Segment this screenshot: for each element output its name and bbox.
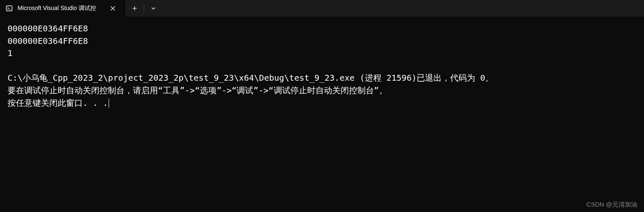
- output-line: 000000E0364FF6E8: [8, 36, 88, 46]
- output-line: C:\小乌龟_Cpp_2023_2\project_2023_2p\test_9…: [8, 73, 494, 83]
- console-tab[interactable]: Microsoft Visual Studio 调试控: [0, 0, 125, 17]
- output-line: 1: [8, 48, 13, 58]
- tab-title: Microsoft Visual Studio 调试控: [18, 5, 96, 12]
- new-tab-button[interactable]: [125, 0, 144, 17]
- titlebar: Microsoft Visual Studio 调试控: [0, 0, 644, 17]
- terminal-icon: [5, 4, 13, 13]
- tab-dropdown-button[interactable]: [144, 0, 163, 17]
- output-line: 按任意键关闭此窗口. . .: [8, 98, 108, 108]
- output-line: 000000E0364FF6E8: [8, 23, 88, 33]
- svg-rect-0: [6, 6, 12, 11]
- watermark: CSDN @元清加油: [586, 201, 637, 209]
- titlebar-actions: [125, 0, 163, 17]
- text-cursor: [109, 99, 109, 108]
- console-output[interactable]: 000000E0364FF6E8 000000E0364FF6E8 1 C:\小…: [0, 17, 644, 115]
- close-tab-button[interactable]: [109, 4, 117, 13]
- output-line: 要在调试停止时自动关闭控制台，请启用“工具”->“选项”->“调试”->“调试停…: [8, 85, 387, 95]
